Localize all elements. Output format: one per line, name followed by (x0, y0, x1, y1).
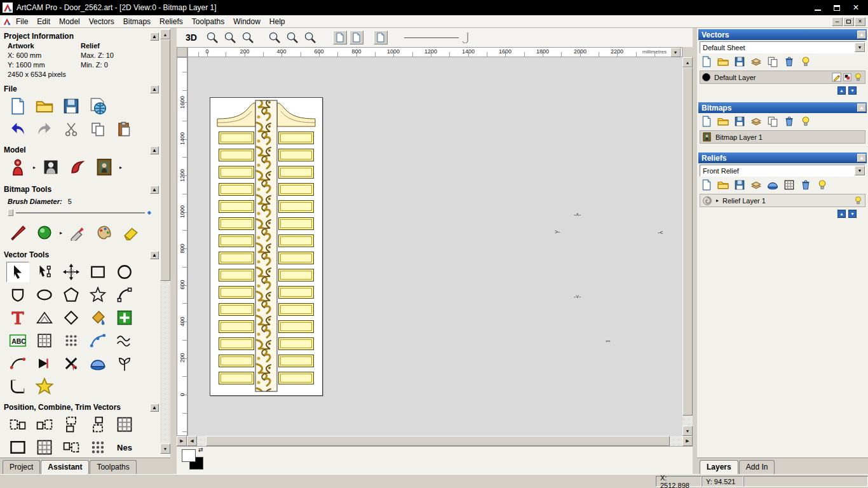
ungroup-button[interactable] (33, 437, 56, 456)
block-copy-button[interactable] (60, 330, 83, 351)
close-button[interactable]: × (846, 1, 865, 14)
delete-layer-button[interactable] (783, 56, 795, 67)
cut-button[interactable] (60, 119, 83, 139)
undo-button[interactable] (6, 119, 29, 139)
maximize-button[interactable] (827, 1, 846, 14)
save-layer-button[interactable] (734, 116, 745, 127)
scroll-right-button[interactable]: ▶ (682, 436, 693, 446)
brush-size-slider-handle[interactable] (8, 209, 13, 216)
scroll-down-button[interactable]: ▼ (682, 426, 693, 436)
collapse-bitmaps-button[interactable]: ▲ (857, 104, 866, 112)
collapse-reliefs-button[interactable]: ▲ (857, 154, 866, 162)
move-layer-up-button[interactable]: ▲ (837, 86, 846, 95)
relief-selector-dropdown-button[interactable]: ▼ (855, 166, 865, 175)
toggle-all-visibility-button[interactable] (800, 56, 811, 67)
merge-layers-button[interactable] (750, 56, 762, 67)
create-ellipse-button[interactable] (33, 285, 56, 305)
move-layer-down-button[interactable]: ▼ (848, 210, 857, 218)
paint-brush-button[interactable] (6, 222, 29, 243)
layer-colour-icon[interactable] (702, 73, 710, 81)
copy-button[interactable] (86, 119, 109, 139)
vector-layer-row[interactable]: Default Layer (700, 71, 865, 84)
node-editing-tool-button[interactable] (33, 262, 56, 282)
canvas-horizontal-scrollbar[interactable]: ▶ ◀ ▶ (177, 436, 693, 446)
flood-fill-button[interactable] (33, 222, 56, 243)
distort-tool-button[interactable] (113, 330, 136, 351)
centre-in-page-button[interactable] (113, 414, 136, 435)
child-minimize-button[interactable]: – (832, 17, 843, 26)
fill-vector-button[interactable] (86, 308, 109, 328)
align-left-button[interactable] (6, 414, 29, 435)
copy-layer-button[interactable] (783, 179, 795, 191)
relief-selector[interactable]: Front Relief ▼ (700, 165, 865, 177)
extrude-button[interactable] (86, 353, 109, 374)
weld-button[interactable] (60, 437, 83, 456)
edit-colour-icon[interactable] (832, 72, 841, 82)
menu-edit[interactable]: Edit (32, 16, 55, 27)
tab-layers[interactable]: Layers (700, 460, 738, 474)
collapse-file-button[interactable]: ▲ (150, 85, 159, 93)
toggle-all-visibility-button[interactable] (817, 179, 828, 191)
group-button[interactable] (6, 437, 29, 456)
visibility-bulb-icon[interactable] (853, 72, 863, 82)
zoom-1to1-button[interactable] (285, 30, 300, 45)
tab-toolpaths[interactable]: Toolpaths (90, 460, 136, 474)
view-3d-button[interactable]: 3D (180, 32, 202, 43)
redo-button[interactable] (33, 119, 56, 139)
profile-tool-button[interactable] (86, 330, 109, 351)
fillet-tool-button[interactable] (6, 376, 29, 396)
grid-tool-button[interactable] (33, 330, 56, 351)
assistant-scrollbar[interactable]: ▲ ▼ (160, 29, 170, 454)
menu-vectors[interactable]: Vectors (85, 16, 119, 27)
zoom-page-button[interactable] (302, 30, 318, 45)
menu-toolpaths[interactable]: Toolpaths (187, 16, 229, 27)
select-tool-button[interactable] (6, 262, 29, 282)
create-shield-button[interactable] (6, 285, 29, 305)
new-layer-button[interactable] (701, 179, 712, 191)
scroll-down-button[interactable]: ▼ (160, 444, 170, 454)
units-dropdown-button[interactable]: ▼ (670, 48, 681, 57)
scroll-up-button[interactable]: ▲ (682, 57, 693, 67)
menu-reliefs[interactable]: Reliefs (155, 16, 187, 27)
open-layer-button[interactable] (717, 56, 729, 67)
pane-splitter-button[interactable]: ▶ (177, 436, 187, 446)
menu-help[interactable]: Help (265, 16, 290, 27)
arc-fit-button[interactable] (6, 353, 29, 374)
scroll-left-button[interactable]: ◀ (187, 436, 197, 446)
brush-size-slider[interactable] (16, 212, 145, 214)
child-restore-button[interactable] (843, 17, 854, 26)
scrollbar-thumb[interactable] (682, 67, 693, 416)
sheet-selector[interactable]: Default Sheet ▼ (700, 41, 865, 53)
save-button[interactable] (60, 96, 83, 116)
paste-special-button[interactable] (113, 308, 136, 328)
child-close-button[interactable]: × (855, 17, 865, 26)
tab-assistant[interactable]: Assistant (41, 460, 89, 474)
join-vectors-button[interactable] (33, 353, 56, 374)
visibility-bulb-icon[interactable] (853, 196, 863, 205)
open-layer-button[interactable] (717, 116, 729, 127)
create-arc-button[interactable] (113, 285, 136, 305)
tab-project[interactable]: Project (3, 460, 40, 474)
bitmap-layer-row[interactable]: Bitmap Layer 1 (700, 130, 865, 144)
fractal-tool-button[interactable] (113, 353, 136, 374)
sheet-selector-dropdown-button[interactable]: ▼ (855, 43, 865, 52)
delete-layer-button[interactable] (783, 116, 795, 127)
collapse-model-button[interactable]: ▲ (150, 146, 159, 154)
greyscale-preview-button[interactable] (39, 157, 62, 177)
flyout-arrow-icon[interactable]: ▸ (33, 165, 36, 170)
save-layer-button[interactable] (734, 179, 745, 191)
create-polygon-button[interactable] (60, 285, 83, 305)
scrollbar-thumb[interactable] (206, 436, 670, 446)
toggle-all-visibility-button[interactable] (800, 116, 811, 127)
scrollbar-thumb[interactable] (160, 39, 170, 281)
create-circle-button[interactable] (113, 262, 136, 282)
collapse-vectors-button[interactable]: ▲ (857, 30, 866, 39)
zoom-out-button[interactable] (222, 30, 238, 45)
save-layer-button[interactable] (734, 56, 745, 67)
move-layer-up-button[interactable]: ▲ (837, 210, 846, 218)
sculpt-tool-button[interactable] (66, 157, 89, 177)
toggle-relief-visibility-button[interactable] (374, 30, 388, 44)
expand-arrow-icon[interactable]: ▸ (716, 198, 719, 203)
canvas-vertical-scrollbar[interactable]: ▲ ▼ (682, 57, 693, 436)
zoom-last-button[interactable] (240, 30, 255, 45)
